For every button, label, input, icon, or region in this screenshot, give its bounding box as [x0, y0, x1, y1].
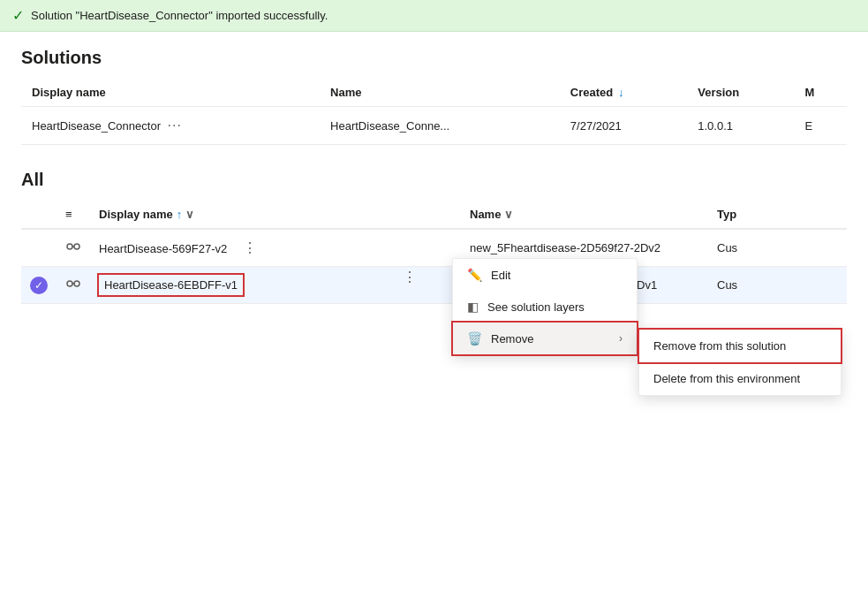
svg-point-1 — [74, 244, 79, 249]
row2-displayname-outlined: HeartDisease-6EBDFF-v1 — [99, 275, 243, 295]
row1-connector-icon — [57, 229, 90, 267]
row2-displayname-cell: HeartDisease-6EBDFF-v1 ⋮ ✏️ Edit — [90, 267, 461, 304]
col-managed: M — [794, 79, 847, 107]
svg-point-3 — [67, 281, 72, 286]
solution-row: HeartDisease_Connector ··· HeartDisease_… — [21, 107, 847, 145]
row1-check — [21, 229, 57, 267]
success-icon: ✓ — [12, 7, 24, 24]
context-menu-seelayers[interactable]: ◧ See solution layers — [453, 291, 637, 323]
solution-name: HeartDisease_Conne... — [320, 107, 560, 145]
context-menu-edit[interactable]: ✏️ Edit — [453, 259, 637, 291]
solution-created: 7/27/2021 — [560, 107, 687, 145]
delete-from-environment-item[interactable]: Delete from this environment — [639, 362, 841, 395]
solution-managed: E — [794, 107, 847, 145]
col-displayname: Display name — [21, 79, 320, 107]
remove-submenu: Remove from this solution Delete from th… — [638, 329, 842, 396]
all-table-row: HeartDisease-569F27-v2 ⋮ new_5Fheartdise… — [21, 229, 847, 267]
svg-point-4 — [74, 281, 79, 286]
name-sort-chevron: ∨ — [504, 208, 513, 221]
row2-check: ✓ — [21, 267, 57, 304]
row2-ellipsis-button[interactable]: ⋮ — [399, 267, 421, 287]
row2-type: Cus — [708, 267, 847, 304]
success-message: Solution "HeartDisease_Connector" import… — [31, 9, 328, 22]
col-all-type: Typ — [708, 201, 847, 229]
context-menu-remove[interactable]: 🗑️ Remove › — [453, 323, 637, 354]
all-table: ≡ Display name ↑ ∨ Name ∨ — [21, 201, 847, 304]
layers-icon: ◧ — [467, 300, 479, 314]
row2-check-circle: ✓ — [30, 277, 48, 294]
success-bar: ✓ Solution "HeartDisease_Connector" impo… — [0, 0, 868, 32]
col-version: Version — [687, 79, 794, 107]
col-icon-header[interactable]: ≡ — [57, 201, 90, 229]
svg-point-0 — [67, 244, 72, 249]
submenu-chevron-icon: › — [619, 332, 623, 345]
remove-from-solution-item[interactable]: Remove from this solution — [639, 330, 841, 362]
col-name: Name — [320, 79, 560, 107]
row1-displayname: HeartDisease-569F27-v2 ⋮ — [90, 229, 461, 267]
all-table-row-selected: ✓ HeartDisease-6EBDFF-v1 — [21, 267, 847, 304]
edit-icon: ✏️ — [467, 268, 482, 282]
col-check — [21, 201, 57, 229]
col-all-displayname[interactable]: Display name ↑ ∨ — [90, 201, 461, 229]
col-created: Created ↓ — [560, 79, 687, 107]
row2-connector-icon — [57, 267, 90, 304]
created-sort-arrow: ↓ — [618, 86, 624, 99]
page-content: Solutions Display name Name Created ↓ Ve… — [0, 48, 868, 304]
displayname-sort-down: ∨ — [185, 208, 194, 221]
solutions-table: Display name Name Created ↓ Version M He… — [21, 79, 847, 145]
solution-version: 1.0.0.1 — [687, 107, 794, 145]
solutions-section-title: Solutions — [21, 48, 847, 68]
row1-type: Cus — [708, 229, 847, 267]
displayname-sort-up: ↑ — [177, 208, 183, 221]
remove-icon: 🗑️ — [467, 331, 482, 346]
solution-ellipsis-button[interactable]: ··· — [164, 116, 185, 135]
context-menu: ✏️ Edit ◧ See solution layers — [452, 258, 638, 355]
all-section: All ≡ Display name ↑ ∨ — [21, 170, 847, 304]
all-section-title: All — [21, 170, 847, 190]
row1-ellipsis-button[interactable]: ⋮ — [239, 238, 261, 258]
solution-displayname: HeartDisease_Connector ··· — [21, 107, 320, 145]
col-all-name[interactable]: Name ∨ — [461, 201, 708, 229]
